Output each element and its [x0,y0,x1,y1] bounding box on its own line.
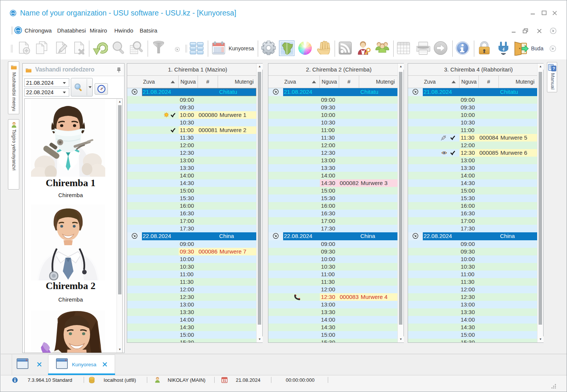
svg-text:usu: usu [11,12,16,14]
svg-text:?: ? [553,66,555,71]
svg-text:usu: usu [16,29,21,32]
svg-text:31: 31 [223,379,226,383]
